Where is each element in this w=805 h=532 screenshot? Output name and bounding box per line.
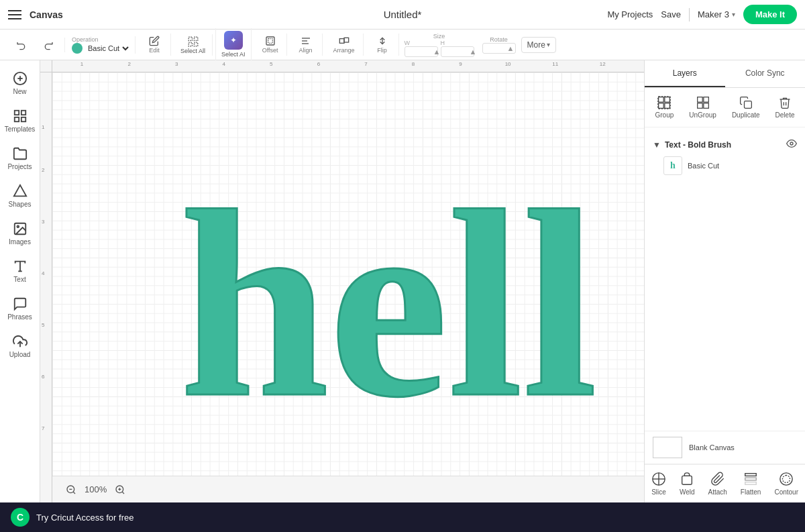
operation-select[interactable]: Basic Cut	[85, 44, 131, 53]
operation-color-dot	[72, 43, 83, 54]
sidebar-item-text[interactable]: Text	[3, 254, 38, 288]
toolbar: Operation Basic Cut Edit Select All ✦	[0, 30, 805, 60]
svg-rect-37	[658, 97, 670, 109]
sidebar-item-upload[interactable]: Upload	[3, 329, 38, 364]
sidebar-item-templates[interactable]: Templates	[3, 103, 38, 138]
svg-rect-4	[266, 37, 274, 45]
layers-content: ▼ Text - Bold Brush h Basic Cut	[645, 127, 805, 431]
height-input[interactable]: ▲	[441, 46, 474, 57]
align-button[interactable]: Align	[294, 34, 318, 56]
main-layout: New Templates Projects Shapes Images Tex…	[0, 60, 805, 502]
arrange-button[interactable]: Arrange	[329, 34, 359, 56]
maker-selector[interactable]: Maker 3 ▾	[698, 9, 735, 19]
tab-color-sync[interactable]: Color Sync	[725, 60, 806, 87]
undo-redo-group	[5, 38, 65, 52]
tab-layers[interactable]: Layers	[645, 60, 725, 87]
ruler-left-ticks: 1 2 3 4 5 6 7	[40, 72, 52, 502]
rotate-value[interactable]	[486, 44, 507, 52]
svg-rect-47	[682, 476, 692, 484]
delete-button[interactable]: Delete	[770, 93, 800, 121]
svg-rect-48	[745, 474, 757, 476]
menu-icon[interactable]	[8, 10, 21, 19]
select-ai-section[interactable]: ✦ Select AI	[215, 28, 252, 61]
sidebar-item-shapes[interactable]: Shapes	[3, 178, 38, 213]
svg-rect-16	[21, 111, 25, 115]
height-value[interactable]	[444, 48, 470, 56]
sidebar-item-projects[interactable]: Projects	[3, 141, 38, 176]
rotate-label: Rotate	[490, 36, 508, 43]
more-chevron-icon: ▾	[547, 41, 550, 48]
chevron-down-icon: ▾	[732, 11, 735, 18]
svg-rect-42	[744, 101, 751, 109]
canvas-area[interactable]: 1 2 3 4 5 6 7 8 9 10 11 12 1 2 3 4 5	[40, 60, 644, 502]
h-label: H	[441, 40, 445, 46]
sidebar-item-images[interactable]: Images	[3, 216, 38, 251]
ruler-top-ticks: 1 2 3 4 5 6 7 8 9 10 11 12	[52, 60, 644, 72]
undo-button[interactable]	[9, 38, 34, 52]
hello-text-container[interactable]: hello	[140, 113, 596, 478]
make-it-button[interactable]: Make It	[743, 5, 797, 24]
phrases-icon	[13, 297, 28, 311]
contour-button[interactable]: Contour	[770, 469, 802, 498]
my-projects-button[interactable]: My Projects	[607, 9, 653, 19]
svg-rect-35	[659, 103, 664, 109]
layer-visibility-icon[interactable]	[786, 138, 797, 151]
new-icon	[13, 71, 28, 86]
layer-item[interactable]: h Basic Cut	[650, 154, 800, 178]
height-group: H ▲	[441, 40, 474, 57]
rotate-input[interactable]: ▲	[482, 43, 516, 54]
left-sidebar: New Templates Projects Shapes Images Tex…	[0, 60, 40, 502]
top-bar: Canvas Untitled* My Projects Save Maker …	[0, 0, 805, 30]
svg-rect-1	[194, 37, 197, 40]
edit-group: Edit	[138, 34, 171, 56]
attach-button[interactable]: Attach	[704, 469, 731, 498]
svg-line-27	[73, 492, 75, 494]
group-button[interactable]: Group	[650, 93, 680, 121]
layer-group-header[interactable]: ▼ Text - Bold Brush	[650, 136, 800, 154]
svg-line-30	[122, 492, 124, 494]
delete-icon	[778, 96, 792, 109]
sidebar-item-phrases[interactable]: Phrases	[3, 291, 38, 326]
document-title: Untitled*	[384, 9, 422, 20]
blank-canvas-thumbnail	[653, 437, 682, 458]
more-button[interactable]: More ▾	[521, 37, 556, 53]
operation-label: Operation	[72, 36, 99, 43]
svg-rect-10	[344, 38, 349, 42]
weld-icon	[680, 472, 694, 486]
slice-icon	[651, 472, 666, 486]
zoom-level: 100%	[85, 484, 107, 494]
weld-button[interactable]: Weld	[676, 469, 699, 498]
zoom-out-button[interactable]	[63, 482, 79, 498]
layer-group-title: Text - Bold Brush	[665, 140, 782, 150]
projects-icon	[13, 146, 28, 161]
zoom-in-button[interactable]	[112, 482, 128, 498]
edit-button[interactable]: Edit	[142, 34, 166, 56]
redo-button[interactable]	[36, 38, 60, 52]
operation-group: Operation Basic Cut	[68, 36, 136, 54]
size-group: Size W ▲ H ▲	[402, 33, 477, 57]
flip-button[interactable]: Flip	[370, 34, 394, 56]
svg-marker-19	[13, 185, 25, 197]
sidebar-item-new[interactable]: New	[3, 66, 38, 101]
slice-button[interactable]: Slice	[647, 469, 670, 498]
projects-label: Projects	[7, 163, 32, 170]
save-button[interactable]: Save	[661, 9, 681, 19]
offset-button[interactable]: Offset	[258, 34, 282, 56]
panel-bottom-actions: Slice Weld Attach Flatten Contour	[645, 464, 805, 502]
ungroup-button[interactable]: UnGroup	[684, 93, 722, 121]
cricut-banner[interactable]: C Try Cricut Access for free	[0, 502, 805, 532]
flatten-button[interactable]: Flatten	[737, 469, 765, 498]
svg-rect-49	[745, 478, 757, 480]
blank-canvas-label: Blank Canvas	[689, 443, 735, 451]
edit-label: Edit	[149, 47, 160, 54]
zoom-bar: 100%	[52, 476, 644, 502]
phrases-label: Phrases	[7, 313, 32, 321]
upload-icon	[13, 334, 28, 349]
align-label: Align	[299, 47, 313, 54]
select-all-button[interactable]: Select All	[178, 34, 208, 56]
width-input[interactable]: ▲	[405, 46, 438, 57]
duplicate-button[interactable]: Duplicate	[727, 93, 765, 121]
align-group: Align	[290, 34, 323, 56]
width-value[interactable]	[408, 48, 433, 56]
svg-rect-34	[665, 97, 670, 103]
